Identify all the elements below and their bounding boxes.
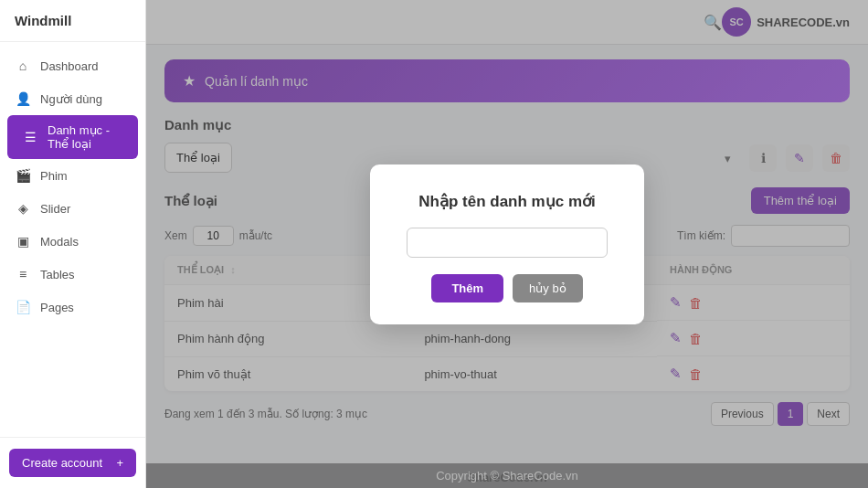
sidebar-item-label: Modals (40, 235, 79, 249)
sidebar-item-label: Slider (40, 202, 70, 216)
sidebar: Windmill ⌂Dashboard👤Người dùng☰Danh mục … (0, 0, 146, 488)
sidebar-item-label: Pages (40, 301, 74, 314)
sidebar-item-label: Người dùng (40, 92, 102, 106)
modal-actions: Thêm hủy bỏ (407, 274, 608, 302)
sidebar-item-label: Phim (40, 169, 68, 183)
tables-icon: ≡ (15, 266, 31, 282)
sidebar-item-label: Danh mục - Thể loại (48, 123, 123, 151)
sidebar-item-modals[interactable]: ▣Modals (0, 225, 145, 258)
pages-icon: 📄 (15, 299, 31, 315)
sidebar-item-label: Dashboard (40, 59, 99, 73)
modal-overlay[interactable]: Nhập tên danh mục mới Thêm hủy bỏ (146, 0, 868, 488)
sidebar-nav: ⌂Dashboard👤Người dùng☰Danh mục - Thể loạ… (0, 42, 145, 437)
sidebar-footer: Create account + (0, 437, 145, 488)
sidebar-item-phim[interactable]: 🎬Phim (0, 159, 145, 192)
modals-icon: ▣ (15, 233, 31, 249)
phim-icon: 🎬 (15, 167, 31, 184)
sidebar-item-label: Tables (40, 268, 75, 281)
sidebar-item-danh-muc[interactable]: ☰Danh mục - Thể loại (7, 115, 138, 159)
sidebar-item-tables[interactable]: ≡Tables (0, 258, 145, 291)
modal-input[interactable] (407, 228, 608, 258)
modal-add-button[interactable]: Thêm (431, 274, 503, 302)
sidebar-item-dashboard[interactable]: ⌂Dashboard (0, 49, 145, 82)
create-account-button[interactable]: Create account + (9, 449, 136, 477)
slider-icon: ◈ (15, 200, 31, 217)
sidebar-brand: Windmill (0, 0, 145, 42)
sidebar-item-slider[interactable]: ◈Slider (0, 192, 145, 225)
modal-title: Nhập tên danh mục mới (407, 192, 608, 211)
danh-muc-icon: ☰ (22, 129, 38, 145)
sidebar-item-pages[interactable]: 📄Pages (0, 291, 145, 324)
main-content: 🔍 SC SHARECODE.vn ★ Quản lí danh mục Dan… (146, 0, 868, 488)
dashboard-icon: ⌂ (15, 58, 31, 74)
modal-box: Nhập tên danh mục mới Thêm hủy bỏ (370, 164, 644, 324)
sidebar-item-nguoi-dung[interactable]: 👤Người dùng (0, 82, 145, 115)
nguoi-dung-icon: 👤 (15, 90, 31, 107)
modal-cancel-button[interactable]: hủy bỏ (513, 274, 583, 302)
